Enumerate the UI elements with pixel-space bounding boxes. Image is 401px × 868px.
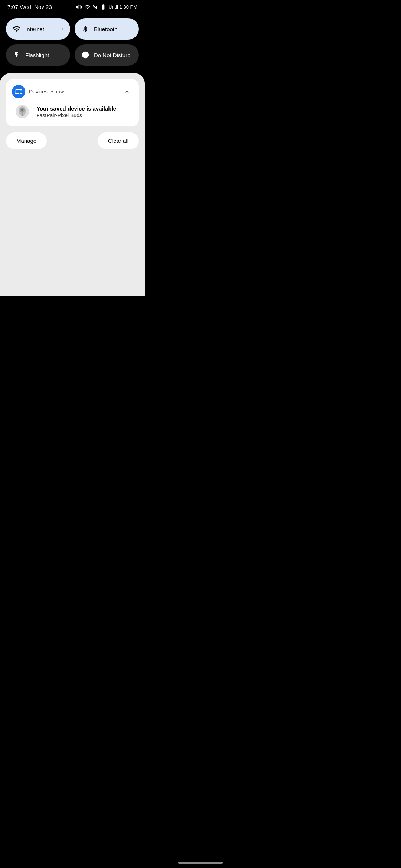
notification-card-devices: Devices • now xyxy=(6,79,139,126)
qs-tile-internet[interactable]: Internet › xyxy=(6,18,70,40)
wifi-qs-icon xyxy=(13,25,21,33)
battery-label: Until 1:30 PM xyxy=(108,4,137,10)
notification-header: Devices • now xyxy=(12,85,133,98)
clear-all-button[interactable]: Clear all xyxy=(98,132,139,149)
bluetooth-icon xyxy=(81,25,89,33)
notif-text: Your saved device is available FastPair-… xyxy=(36,105,116,118)
notif-title: Your saved device is available xyxy=(36,105,116,112)
battery-icon xyxy=(100,4,107,10)
qs-tile-flashlight[interactable]: Flashlight xyxy=(6,44,70,66)
dnd-icon xyxy=(81,51,89,59)
internet-label: Internet xyxy=(25,26,44,32)
svg-point-4 xyxy=(21,109,23,111)
notif-header-left: Devices • now xyxy=(12,85,64,98)
manage-button[interactable]: Manage xyxy=(6,132,47,149)
signal-icon xyxy=(92,4,98,10)
qs-tile-dnd[interactable]: Do Not Disturb xyxy=(75,44,139,66)
status-bar: 7:07 Wed, Nov 23 Unt xyxy=(0,0,145,12)
status-icons: Until 1:30 PM xyxy=(76,4,137,10)
dnd-label: Do Not Disturb xyxy=(94,52,130,58)
flashlight-label: Flashlight xyxy=(25,52,49,58)
devices-app-icon xyxy=(12,85,25,98)
status-time: 7:07 Wed, Nov 23 xyxy=(7,4,52,10)
notif-time: • now xyxy=(51,89,64,95)
wifi-icon xyxy=(84,4,91,10)
vibrate-icon xyxy=(76,4,82,10)
notif-collapse-button[interactable] xyxy=(121,86,133,98)
quick-settings: Internet › Bluetooth Flashlight Do Not D… xyxy=(0,12,145,73)
pixel-buds-image xyxy=(13,103,31,121)
internet-chevron: › xyxy=(62,26,63,32)
bluetooth-label: Bluetooth xyxy=(94,26,117,32)
qs-tile-bluetooth[interactable]: Bluetooth xyxy=(75,18,139,40)
action-buttons: Manage Clear all xyxy=(6,131,139,152)
flashlight-icon xyxy=(13,51,21,59)
notification-content: Your saved device is available FastPair-… xyxy=(12,103,133,121)
notif-subtitle: FastPair-Pixel Buds xyxy=(36,112,116,118)
notif-app-name: Devices xyxy=(29,89,48,95)
notification-panel: Devices • now xyxy=(0,73,145,296)
